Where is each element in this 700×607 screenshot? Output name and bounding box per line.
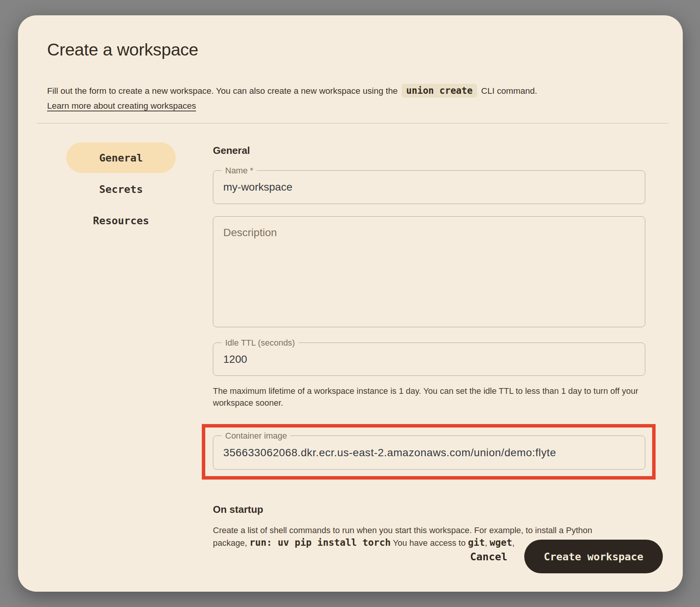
footer-actions: Cancel Create workspace	[470, 540, 663, 573]
inline-code: run: uv pip install torch	[249, 537, 391, 548]
general-section-heading: General	[213, 145, 250, 157]
tab-resources[interactable]: Resources	[66, 205, 176, 236]
container-image-field-group: Container image	[213, 436, 645, 470]
tab-secrets[interactable]: Secrets	[66, 174, 176, 204]
create-workspace-button[interactable]: Create workspace	[524, 540, 663, 573]
tab-general[interactable]: General	[66, 142, 176, 173]
idle-ttl-helper-text: The maximum lifetime of a workspace inst…	[213, 385, 649, 409]
inline-text: You have access to	[391, 538, 468, 548]
idle-ttl-field-group: Idle TTL (seconds)	[213, 343, 645, 376]
settings-nav: General Secrets Resources	[66, 142, 176, 236]
description-field-group	[213, 216, 645, 327]
name-field-group: Name *	[213, 170, 645, 204]
create-workspace-dialog: Create a workspace Fill out the form to …	[18, 15, 683, 592]
learn-more-link[interactable]: Learn more about creating workspaces	[47, 101, 196, 111]
cancel-button[interactable]: Cancel	[470, 551, 507, 563]
on-startup-heading: On startup	[213, 504, 263, 516]
on-startup-description-line1: Create a list of shell commands to run w…	[213, 524, 649, 537]
description-textarea[interactable]	[213, 217, 645, 327]
form-column: General Name * Idle TTL (seconds) The ma…	[213, 15, 646, 592]
inline-text: package,	[213, 538, 249, 548]
name-input[interactable]	[213, 171, 645, 204]
container-image-input[interactable]	[213, 436, 645, 469]
idle-ttl-input[interactable]	[213, 343, 645, 375]
page-title: Create a workspace	[47, 40, 198, 60]
